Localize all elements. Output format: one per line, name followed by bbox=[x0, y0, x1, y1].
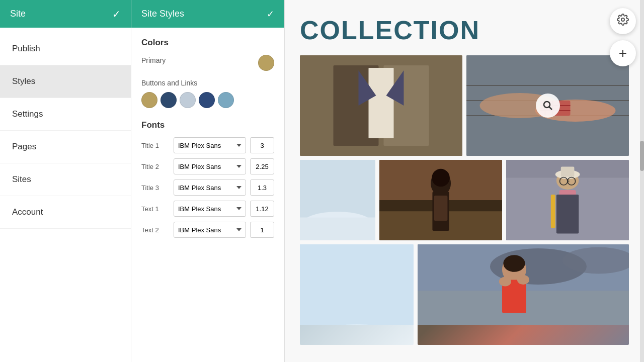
gallery-item-woman-sky[interactable] bbox=[418, 244, 629, 345]
gallery-item-partial[interactable] bbox=[300, 160, 375, 240]
styles-content: Colors Primary Buttons and Links Fonts T… bbox=[131, 28, 284, 253]
buttons-links-label: Buttons and Links bbox=[141, 79, 274, 87]
font-size-title2[interactable] bbox=[250, 158, 274, 174]
fonts-section-title: Fonts bbox=[141, 120, 274, 130]
font-select-text2[interactable]: IBM Plex Sans bbox=[174, 222, 246, 238]
sidebar-title: Site bbox=[10, 9, 26, 19]
font-size-title3[interactable] bbox=[250, 179, 274, 196]
swatch-3[interactable] bbox=[180, 92, 196, 108]
sidebar-item-account[interactable]: Account bbox=[0, 196, 131, 229]
sidebar-header[interactable]: Site ✓ bbox=[0, 0, 131, 28]
font-select-text1[interactable]: IBM Plex Sans bbox=[174, 201, 246, 217]
svg-point-56 bbox=[517, 275, 529, 285]
font-row-text1: Text 1 IBM Plex Sans bbox=[141, 201, 274, 217]
search-overlay-icon[interactable] bbox=[536, 94, 560, 118]
svg-rect-25 bbox=[300, 218, 375, 240]
sidebar-item-pages[interactable]: Pages bbox=[0, 131, 131, 163]
gallery-item-girls[interactable] bbox=[466, 55, 629, 156]
font-select-title1[interactable]: IBM Plex Sans bbox=[174, 137, 246, 153]
font-row-title2: Title 2 IBM Plex Sans bbox=[141, 158, 274, 174]
sidebar-item-sites[interactable]: Sites bbox=[0, 163, 131, 196]
sidebar: Site ✓ Publish Styles Settings Pages Sit… bbox=[0, 0, 131, 362]
svg-rect-41 bbox=[551, 195, 555, 228]
scrollbar-thumb[interactable] bbox=[640, 141, 644, 171]
svg-point-31 bbox=[432, 169, 450, 187]
sidebar-item-publish[interactable]: Publish bbox=[0, 33, 131, 65]
font-row-title1: Title 1 IBM Plex Sans bbox=[141, 137, 274, 153]
font-size-text2[interactable] bbox=[250, 222, 274, 238]
font-select-title2[interactable]: IBM Plex Sans bbox=[174, 158, 246, 174]
font-label-title3: Title 3 bbox=[141, 184, 170, 192]
styles-header[interactable]: Site Styles ✓ bbox=[131, 0, 284, 28]
sidebar-checkmark: ✓ bbox=[112, 8, 121, 20]
svg-point-55 bbox=[499, 277, 511, 286]
styles-title: Site Styles bbox=[141, 9, 184, 19]
font-label-text1: Text 1 bbox=[141, 205, 170, 213]
font-label-title1: Title 1 bbox=[141, 142, 170, 149]
svg-rect-32 bbox=[434, 196, 447, 221]
color-swatches-row bbox=[141, 92, 274, 108]
styles-panel: Site Styles ✓ Colors Primary Buttons and… bbox=[131, 0, 285, 362]
svg-rect-5 bbox=[369, 68, 394, 138]
gear-icon bbox=[617, 14, 629, 29]
svg-point-20 bbox=[544, 102, 550, 108]
gallery-row-1 bbox=[285, 55, 644, 156]
floating-buttons: + bbox=[610, 8, 636, 66]
font-select-title3[interactable]: IBM Plex Sans bbox=[174, 179, 246, 196]
swatch-4[interactable] bbox=[199, 92, 215, 108]
svg-rect-43 bbox=[556, 195, 579, 234]
gallery-item-woman-forest[interactable] bbox=[379, 160, 502, 240]
colors-section-title: Colors bbox=[141, 38, 274, 48]
main-content: COLLECTION bbox=[285, 0, 644, 362]
svg-rect-37 bbox=[561, 166, 575, 176]
styles-checkmark: ✓ bbox=[267, 9, 274, 20]
font-size-title1[interactable] bbox=[250, 137, 274, 153]
add-button[interactable]: + bbox=[610, 40, 636, 66]
fonts-section: Fonts Title 1 IBM Plex Sans Title 2 IBM … bbox=[141, 120, 274, 238]
gallery-item-street[interactable] bbox=[506, 160, 629, 240]
primary-color-row: Primary bbox=[141, 55, 274, 71]
swatch-5[interactable] bbox=[218, 92, 234, 108]
gallery-row-2 bbox=[285, 160, 644, 240]
primary-label: Primary bbox=[141, 56, 166, 64]
gallery-item-partial-bottom[interactable] bbox=[300, 244, 414, 345]
font-label-text2: Text 2 bbox=[141, 226, 170, 234]
font-label-title2: Title 2 bbox=[141, 163, 170, 170]
gallery-row-3 bbox=[285, 244, 644, 345]
font-size-text1[interactable] bbox=[250, 201, 274, 217]
gallery-item-suit[interactable] bbox=[300, 55, 462, 156]
plus-icon: + bbox=[619, 46, 627, 60]
gear-button[interactable] bbox=[610, 8, 636, 34]
collection-title: COLLECTION bbox=[285, 0, 644, 55]
font-row-title3: Title 3 IBM Plex Sans bbox=[141, 179, 274, 196]
swatch-2[interactable] bbox=[160, 92, 177, 108]
svg-rect-45 bbox=[300, 244, 414, 325]
scrollbar-track bbox=[640, 0, 644, 362]
svg-point-53 bbox=[503, 255, 525, 272]
svg-line-21 bbox=[549, 107, 552, 110]
sidebar-item-settings[interactable]: Settings bbox=[0, 98, 131, 131]
primary-color-swatch[interactable] bbox=[258, 55, 274, 71]
sidebar-nav: Publish Styles Settings Pages Sites Acco… bbox=[0, 28, 131, 362]
svg-point-57 bbox=[621, 18, 624, 21]
swatch-1[interactable] bbox=[141, 92, 157, 108]
font-row-text2: Text 2 IBM Plex Sans bbox=[141, 222, 274, 238]
sidebar-item-styles[interactable]: Styles bbox=[0, 65, 131, 98]
